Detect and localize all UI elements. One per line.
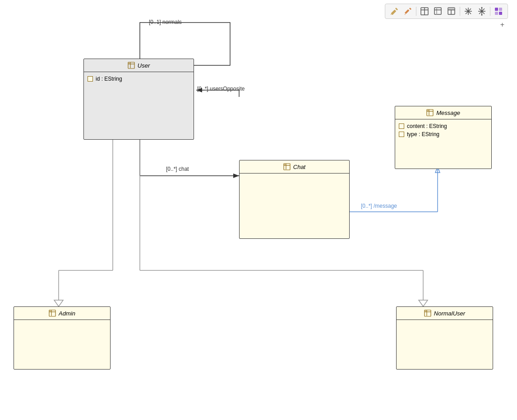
table-icon[interactable] (419, 6, 430, 17)
attr-icon-type (399, 132, 404, 137)
chat-class-name: Chat (293, 164, 305, 170)
normaluser-class-header: NormalUser (397, 307, 493, 320)
user-class: User id : EString (83, 59, 194, 140)
svg-marker-2 (391, 14, 392, 15)
divider3 (490, 7, 490, 16)
pencil-icon[interactable] (389, 6, 400, 17)
svg-marker-36 (233, 173, 239, 178)
user-attr-id: id : EString (88, 75, 190, 83)
purple-icon[interactable] (493, 6, 504, 17)
class-icon-normaluser (424, 310, 431, 317)
svg-marker-1 (395, 8, 398, 10)
message-class-body: content : EString type : EString (395, 119, 491, 141)
toolbar (385, 4, 508, 19)
svg-rect-10 (436, 8, 437, 14)
normaluser-class-body (397, 320, 493, 365)
message-attr-type: type : EString (399, 130, 488, 138)
svg-rect-67 (425, 310, 426, 311)
class-icon-user (128, 62, 135, 69)
user-class-body: id : EString (84, 72, 194, 90)
class-icon-admin (49, 310, 56, 317)
user-class-header: User (84, 59, 194, 72)
attr-label-type: type : EString (407, 131, 439, 137)
svg-rect-29 (499, 8, 502, 11)
svg-rect-59 (427, 110, 429, 111)
svg-rect-51 (129, 63, 130, 64)
attr-icon-content (399, 123, 404, 129)
chat-class: Chat (239, 160, 350, 239)
svg-rect-0 (391, 9, 396, 15)
message-label: [0..*] /message (361, 203, 397, 209)
normaluser-class: NormalUser (396, 306, 493, 370)
attr-label-id: id : EString (96, 76, 122, 82)
admin-class-header: Admin (14, 307, 110, 320)
users-opposite-label: [0..*] usersOpposite (197, 86, 245, 92)
svg-rect-55 (284, 164, 286, 165)
divider2 (460, 7, 460, 16)
normaluser-class-name: NormalUser (434, 310, 465, 317)
user-class-name: User (138, 62, 150, 69)
normals-label: [0..1] normals (149, 19, 182, 25)
svg-rect-3 (405, 9, 410, 14)
chat-label: [0..*] chat (166, 166, 189, 172)
admin-class-body (14, 320, 110, 365)
table2-icon[interactable] (433, 6, 443, 17)
table3-icon[interactable] (446, 6, 457, 17)
svg-point-27 (481, 14, 483, 16)
message-attr-content: content : EString (399, 122, 488, 130)
message-class-name: Message (436, 110, 460, 116)
attr-icon-id (88, 76, 93, 82)
svg-marker-4 (409, 8, 411, 10)
class-icon-message (426, 109, 434, 116)
grid-icon[interactable] (463, 6, 474, 17)
attr-label-content: content : EString (407, 123, 447, 129)
divider1 (416, 7, 416, 16)
chat-class-body (240, 173, 349, 232)
svg-rect-63 (50, 310, 51, 311)
admin-class: Admin (14, 306, 111, 370)
svg-rect-28 (495, 8, 498, 11)
svg-rect-31 (499, 12, 502, 15)
message-class: Message content : EString type : EString (395, 106, 492, 169)
svg-rect-30 (495, 12, 498, 15)
svg-marker-5 (405, 14, 406, 15)
svg-rect-9 (434, 8, 441, 14)
svg-marker-43 (54, 300, 63, 306)
pen-icon[interactable] (402, 6, 413, 17)
admin-class-name: Admin (59, 310, 75, 317)
class-icon-chat (283, 163, 291, 170)
svg-marker-47 (419, 300, 428, 306)
message-class-header: Message (395, 106, 491, 119)
svg-point-26 (481, 7, 483, 9)
grid2-icon[interactable] (476, 6, 487, 17)
chat-class-header: Chat (240, 160, 349, 173)
add-button[interactable]: + (500, 21, 504, 29)
